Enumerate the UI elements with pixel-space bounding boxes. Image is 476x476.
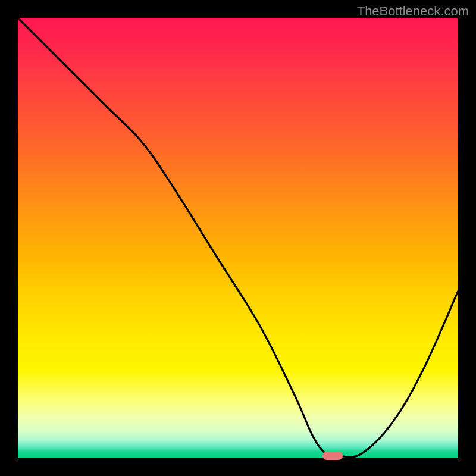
bottleneck-curve	[18, 18, 458, 457]
watermark-text: TheBottleneck.com	[357, 4, 469, 19]
curve-svg	[18, 18, 458, 458]
plot-area	[18, 18, 458, 458]
chart-container: TheBottleneck.com	[0, 0, 476, 476]
optimal-marker	[322, 452, 343, 460]
